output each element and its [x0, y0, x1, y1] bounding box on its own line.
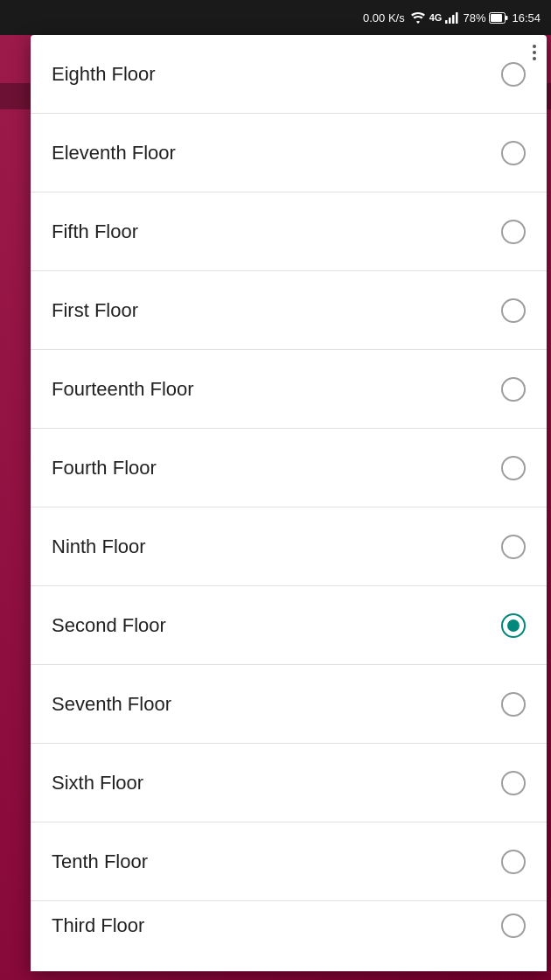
floor-label-second-floor: Second Floor — [52, 614, 166, 637]
floor-item-fourteenth-floor[interactable]: Fourteenth Floor — [31, 350, 547, 429]
floor-item-eleventh-floor[interactable]: Eleventh Floor — [31, 114, 547, 192]
status-bar: 0.00 K/s 4G 78% 16:54 — [0, 0, 551, 35]
floor-label-sixth-floor: Sixth Floor — [52, 772, 143, 794]
floor-item-fifth-floor[interactable]: Fifth Floor — [31, 192, 547, 271]
radio-eleventh-floor[interactable] — [501, 141, 526, 165]
floor-label-fifth-floor: Fifth Floor — [52, 220, 138, 243]
time-display: 16:54 — [512, 11, 541, 24]
floor-item-eighth-floor[interactable]: Eighth Floor — [31, 35, 547, 114]
svg-rect-5 — [491, 14, 502, 22]
more-menu-icon[interactable] — [521, 35, 548, 70]
svg-rect-0 — [445, 20, 448, 24]
floor-picker-dialog: Eighth FloorEleventh FloorFifth FloorFir… — [31, 35, 547, 971]
status-icons: 4G 78% 16:54 — [410, 11, 541, 24]
radio-ninth-floor[interactable] — [501, 535, 526, 559]
floor-item-ninth-floor[interactable]: Ninth Floor — [31, 508, 547, 586]
floor-label-tenth-floor: Tenth Floor — [52, 850, 148, 873]
wifi-icon — [410, 11, 426, 24]
battery-percent: 78% — [463, 11, 485, 24]
radio-fourteenth-floor[interactable] — [501, 377, 526, 402]
floor-item-seventh-floor[interactable]: Seventh Floor — [31, 665, 547, 744]
dot-3 — [533, 57, 536, 60]
radio-fourth-floor[interactable] — [501, 456, 526, 480]
network-type-icon: 4G — [429, 12, 443, 23]
svg-rect-3 — [456, 12, 458, 24]
svg-rect-2 — [452, 15, 455, 24]
radio-first-floor[interactable] — [501, 298, 526, 323]
network-speed: 0.00 K/s — [363, 11, 405, 24]
floor-item-third-floor[interactable]: Third Floor — [31, 901, 547, 949]
floor-list: Eighth FloorEleventh FloorFifth FloorFir… — [31, 35, 547, 971]
floor-label-third-floor: Third Floor — [52, 914, 144, 937]
radio-sixth-floor[interactable] — [501, 771, 526, 795]
radio-fifth-floor[interactable] — [501, 220, 526, 244]
svg-rect-1 — [449, 18, 451, 24]
floor-label-seventh-floor: Seventh Floor — [52, 693, 171, 716]
floor-label-eleventh-floor: Eleventh Floor — [52, 142, 176, 164]
floor-label-eighth-floor: Eighth Floor — [52, 63, 156, 86]
radio-tenth-floor[interactable] — [501, 850, 526, 874]
signal-icon — [445, 11, 459, 24]
floor-item-sixth-floor[interactable]: Sixth Floor — [31, 744, 547, 822]
radio-second-floor[interactable] — [501, 613, 526, 638]
dot-1 — [533, 45, 536, 48]
radio-third-floor[interactable] — [501, 914, 526, 938]
dot-2 — [533, 51, 536, 54]
floor-item-fourth-floor[interactable]: Fourth Floor — [31, 429, 547, 508]
radio-seventh-floor[interactable] — [501, 692, 526, 717]
radio-inner-second-floor — [507, 620, 520, 632]
svg-rect-6 — [506, 16, 508, 20]
floor-label-fourth-floor: Fourth Floor — [52, 457, 157, 480]
floor-item-tenth-floor[interactable]: Tenth Floor — [31, 822, 547, 901]
floor-label-fourteenth-floor: Fourteenth Floor — [52, 378, 194, 401]
battery-icon — [489, 12, 508, 24]
floor-label-ninth-floor: Ninth Floor — [52, 536, 146, 558]
floor-item-second-floor[interactable]: Second Floor — [31, 586, 547, 665]
floor-item-first-floor[interactable]: First Floor — [31, 271, 547, 350]
floor-label-first-floor: First Floor — [52, 299, 138, 322]
